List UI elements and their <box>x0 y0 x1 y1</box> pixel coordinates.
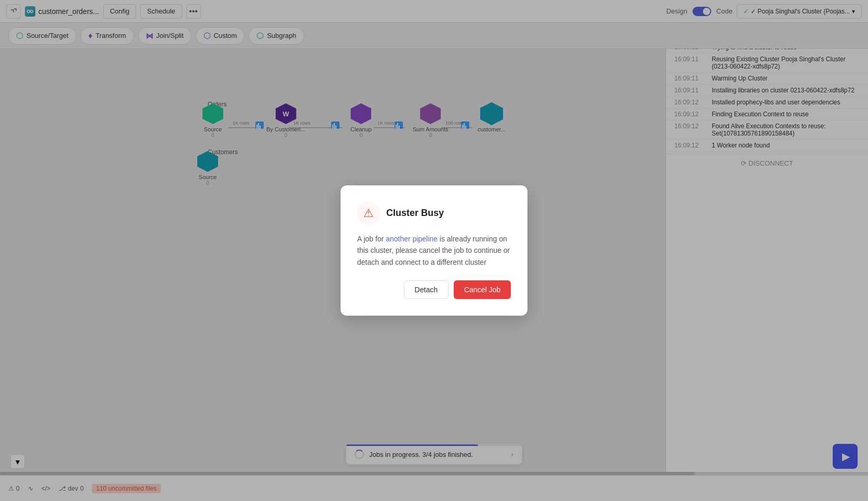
modal-footer: Detach Cancel Job <box>357 280 511 299</box>
warning-icon-circle: ⚠ <box>357 202 380 225</box>
detach-button[interactable]: Detach <box>404 280 449 299</box>
modal-overlay: ⚠ Cluster Busy A job for another pipelin… <box>0 0 868 501</box>
modal-body-text: A job for <box>357 235 384 243</box>
modal-title: Cluster Busy <box>386 208 444 219</box>
cancel-job-button[interactable]: Cancel Job <box>454 280 511 299</box>
warning-triangle-icon: ⚠ <box>363 207 374 220</box>
modal-header: ⚠ Cluster Busy <box>357 202 511 225</box>
modal-body: A job for another pipeline is already ru… <box>357 233 511 268</box>
cluster-busy-modal: ⚠ Cluster Busy A job for another pipelin… <box>341 185 527 316</box>
another-pipeline-link[interactable]: another pipeline <box>386 235 438 243</box>
